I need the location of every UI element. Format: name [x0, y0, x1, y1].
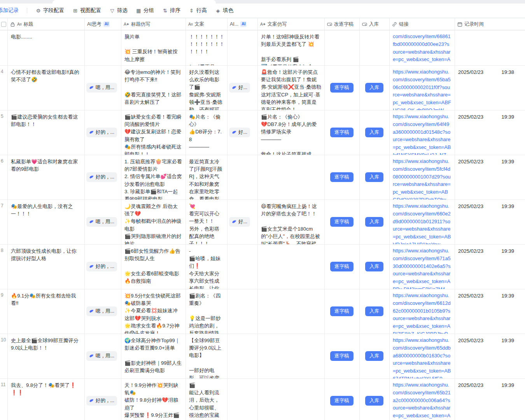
cell-ai2[interactable]	[228, 30, 258, 65]
transcript-button[interactable]: 逐字稿	[330, 306, 354, 316]
cell-ai-think[interactable]: 嗯，用...	[85, 289, 121, 334]
cell-ai-think[interactable]: 好的，...	[85, 155, 121, 200]
row-number[interactable]: 6	[0, 155, 8, 200]
column-header-copy[interactable]: A≡ 文案	[186, 18, 228, 30]
cell-ai-think[interactable]: 好的，...	[85, 110, 121, 155]
cell-title-rewrite[interactable]: 💥9.5分‼女生快锁死这部🎭破防暴哭 ✨今夏必看💢姐妹速冲这部💔哭到脱水 🌟跪求…	[121, 289, 186, 334]
cell-ai2[interactable]: 好...	[228, 66, 258, 110]
cell-ai-think[interactable]: 嗯，用...	[85, 334, 121, 378]
cell-title[interactable]: 我去、9.8分了！🎭看哭了❗❗❗	[8, 379, 85, 420]
cell-title-rewrite[interactable]: 😂专治emo的神片！笑到打鸣停不下来‼ 🤣看完直接笑劈叉！这部喜剧片太解压了 .…	[121, 66, 186, 110]
transcript-button[interactable]: 逐字稿	[330, 128, 354, 137]
column-header-copy-rewrite[interactable]: A✦ 文案仿写	[258, 18, 325, 30]
field-config-button[interactable]: ⚙ 字段配置	[35, 7, 64, 14]
cell-title[interactable]: 私藏影单💗适合和对象窝在家看的9部电影	[8, 155, 85, 200]
fill-color-button[interactable]: ◈ 填色	[215, 7, 233, 14]
view-config-button[interactable]: ⊞ 视图配置	[72, 7, 101, 14]
store-button[interactable]: 入库	[365, 351, 383, 361]
cell-ai2[interactable]	[228, 155, 258, 200]
cell-title[interactable]: 电影........	[8, 30, 85, 65]
cell-title[interactable]: 六部顶级女性成长电影，让你摆脱讨好型人格	[8, 245, 85, 289]
store-button[interactable]: 入库	[365, 83, 383, 93]
cell-copy[interactable]: 好久没看到这么欢乐的电影了🎬 詹妮弗·安妮斯顿➕亚当·桑德勒，还有妮可...	[186, 66, 228, 110]
cell-ai-think[interactable]	[85, 30, 121, 65]
store-button[interactable]: 入库	[365, 172, 383, 182]
column-header-title-rewrite[interactable]: A✦ 标题仿写	[121, 18, 186, 30]
cell-copy[interactable]: 💘 看完可以开心一整天！！ 另外，色彩搭配真的绝绝子！！！...	[186, 200, 228, 244]
transcript-button[interactable]: 逐字稿	[330, 396, 354, 406]
column-header-title[interactable]: A≡ 标题	[8, 18, 85, 30]
cell-copy[interactable]: ！！！！！！！ ！！！！！！！ ！！！！ 1. 《看不见...	[186, 30, 228, 65]
cell-title[interactable]: 心情不好都去看这部电影‼真的笑不活了🤣	[8, 66, 85, 110]
cell-copy[interactable]: 🎬剧名：《四重奏》 💡这是一部炒鸡治愈的剧，反套路剧情跌宕...	[186, 289, 228, 334]
cell-copy-rewrite[interactable]: 片单！这9部神级反转片看到最后天灵盖都飞了 💥 新手必看系列 🎬 1️⃣《看不见…	[258, 30, 325, 65]
transcript-button[interactable]: 逐字稿	[330, 172, 354, 182]
add-record-button[interactable]: 添加记录	[0, 7, 19, 14]
cell-copy[interactable]: 🎭片名：《偷心》 👍DB评分：7.8 ———— 四个人纠缠、...	[186, 110, 228, 155]
cell-title-rewrite[interactable]: 🎬缺爱女生必看！看完瞬间清醒的爱情片 💔建议反复刷这部！恋爱脑有救了 🎭所有情感…	[121, 110, 186, 155]
cell-copy-rewrite[interactable]: 😄看完嘴角疯狂上扬！这片的穿搭也太会了吧！！ 🎬女主艾米是个180cm的"小巨人…	[258, 200, 325, 244]
cell-copy-rewrite[interactable]: 🚨救命！这部片子的笑点要让我笑出腹肌了！詹妮弗·安妮斯顿❌亚当·桑德勒这对活宝C…	[258, 66, 325, 110]
cell-link[interactable]: com/discovery/item/66861fbd000000000d00e…	[390, 30, 455, 65]
cell-ai-think[interactable]: 好的，...	[85, 245, 121, 289]
cell-title-rewrite[interactable]: 🌍全球高分神作Top99｜影迷必看豆瓣9.0+清单 🎬影史封神榜｜99部人生必刷…	[121, 334, 186, 378]
row-number[interactable]: 11	[0, 379, 8, 420]
cell-title[interactable]: 🎬建议恋爱脑的女生都去看这部电影！！	[8, 110, 85, 155]
column-header-ai2[interactable]: AI... AI	[228, 18, 258, 30]
transcript-button[interactable]: 逐字稿	[330, 351, 354, 361]
cell-ai2[interactable]: 好...	[228, 200, 258, 244]
cell-ai2[interactable]	[228, 334, 258, 378]
column-header-link[interactable]: 链接	[390, 18, 455, 30]
cell-ai2[interactable]	[228, 289, 258, 334]
select-all-cell[interactable]	[0, 18, 8, 30]
cell-copy[interactable]: 🎬 能让人看到流泪，后劲大，心里却很暖、很治愈的宝藏电影！！！...	[186, 379, 228, 420]
row-number[interactable]: 5	[0, 110, 8, 155]
cell-title-rewrite[interactable]: 🎬6部女性觉醒力作👍告别取悦型人生 🌟女生必看6部蜕变电影 🔥自救指南 ...	[121, 245, 186, 289]
cell-copy-rewrite[interactable]	[258, 245, 325, 289]
cell-title-rewrite[interactable]: 🌙灵魂震颤之作 后劲太强了💔 ✨每帧都戳中泪点的神级电影 🎬哭到隐形眼镜滑片的封…	[121, 200, 186, 244]
row-height-button[interactable]: ⇕ 行高	[189, 7, 207, 14]
cell-link[interactable]: https://www.xiaohongshu.com/discovery/it…	[390, 379, 455, 420]
transcript-button[interactable]: 逐字稿	[330, 83, 354, 93]
cell-copy[interactable]: 最近简直太冷了[汗颜R][汗颜R]，这种天气不如和对象窝在家里吃吃零食，看看电影…	[186, 155, 228, 200]
row-number[interactable]	[0, 30, 8, 65]
cell-ai-think[interactable]: 嗯，用...	[85, 200, 121, 244]
row-number[interactable]: 4	[0, 66, 8, 110]
store-button[interactable]: 入库	[365, 396, 383, 406]
cell-ai2[interactable]	[228, 379, 258, 420]
cell-link[interactable]: https://www.xiaohongshu.com/discovery/it…	[390, 66, 455, 110]
store-button[interactable]: 入库	[365, 128, 383, 137]
column-header-time[interactable]: 记录时间	[455, 18, 525, 30]
store-button[interactable]: 入库	[365, 306, 383, 316]
cell-link[interactable]: https://www.xiaohongshu.com/discovery/it…	[390, 110, 455, 155]
column-header-store[interactable]: 入库	[360, 18, 390, 30]
row-number[interactable]: 8	[0, 245, 8, 289]
cell-title[interactable]: 🎭最爱的人生电影，没有之一！！！	[8, 200, 85, 244]
cell-title-rewrite[interactable]: 1. 压箱底推荐🍿宅家必看的7部爱情影片 2. 情侣专属片单💕适合窝沙发看的治愈…	[121, 155, 186, 200]
cell-link[interactable]: https://www.xiaohongshu.com/discovery/it…	[390, 289, 455, 334]
cell-ai-think[interactable]: 好的，...	[85, 379, 121, 420]
cell-title-rewrite[interactable]: 脑片单 💥 三重反转！智商被按地上摩擦 ...	[121, 30, 186, 65]
cell-ai2[interactable]	[228, 245, 258, 289]
cell-ai2[interactable]: 好...	[228, 110, 258, 155]
cell-copy-rewrite[interactable]	[258, 155, 325, 200]
store-button[interactable]: 入库	[365, 262, 383, 271]
row-number[interactable]: 9	[0, 289, 8, 334]
filter-button[interactable]: ▽ 筛选	[109, 7, 128, 14]
row-number[interactable]: 7	[0, 200, 8, 244]
transcript-button[interactable]: 逐字稿	[330, 262, 354, 271]
sort-button[interactable]: ⇅ 排序	[162, 7, 180, 14]
select-all-checkbox[interactable]	[1, 22, 6, 27]
cell-copy-rewrite[interactable]	[258, 379, 325, 420]
row-number[interactable]: 10	[0, 334, 8, 378]
cell-title[interactable]: 史上最全🎬全球99部豆瓣评分9.0以上电影！！	[8, 334, 85, 378]
cell-title-rewrite[interactable]: 天！9.9分神作💥哭到缺氧🎭 破防！9.8分封神💔泪腺崩了 爆哭预警❗9.9分王…	[121, 379, 186, 420]
cell-link[interactable]: https://www.xiaohongshu.com/discovery/it…	[390, 200, 455, 244]
cell-copy[interactable]: - 🎬哈喽，姐妹们❗ 今天给大家分享六部女性成长电影，让你摆脱...	[186, 245, 228, 289]
cell-ai-think[interactable]: 嗯，用...	[85, 66, 121, 110]
cell-link[interactable]: https://www.xiaohongshu.com/discovery/it…	[390, 245, 455, 289]
cell-copy[interactable]: 【全球99部豆瓣评分9.0以上电影】 一部好的电影，可以改变我们...	[186, 334, 228, 378]
transcript-button[interactable]: 逐字稿	[330, 217, 354, 227]
cell-copy-rewrite[interactable]: 🎬片名：《偷心》 💔DB7.8分！成年人的爱情修罗场实录 ———— 救命！这片子…	[258, 110, 325, 155]
cell-link[interactable]: https://www.xiaohongshu.com/discovery/it…	[390, 155, 455, 200]
